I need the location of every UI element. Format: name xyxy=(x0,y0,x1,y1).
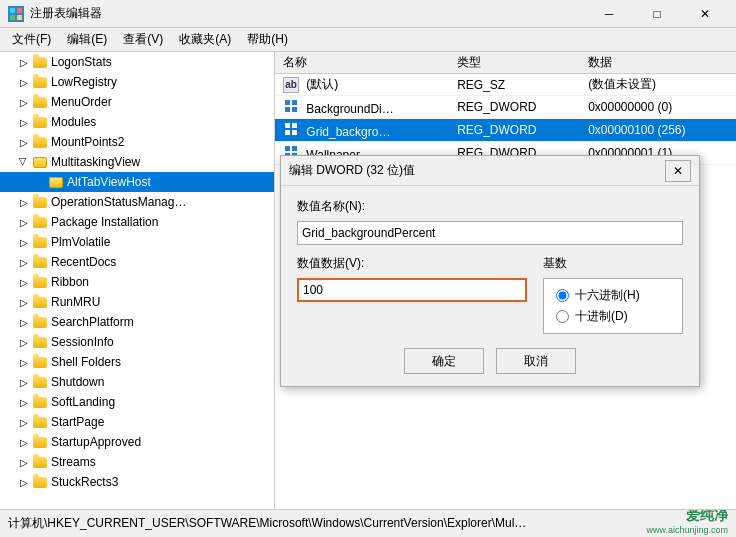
dialog-value-label: 数值数据(V): xyxy=(297,255,527,272)
dialog-value-input[interactable] xyxy=(297,278,527,302)
dialog-value-section: 数值数据(V): xyxy=(297,255,527,302)
edit-dword-dialog: 编辑 DWORD (32 位)值 ✕ 数值名称(N): 数值数据(V): 基数 … xyxy=(280,155,700,387)
dialog-ok-button[interactable]: 确定 xyxy=(404,348,484,374)
dialog-base-label: 基数 xyxy=(543,255,683,272)
dialog-title-bar: 编辑 DWORD (32 位)值 ✕ xyxy=(281,156,699,186)
dialog-name-label: 数值名称(N): xyxy=(297,198,683,215)
radio-group: 十六进制(H) 十进制(D) xyxy=(543,278,683,334)
dialog-buttons: 确定 取消 xyxy=(297,348,683,374)
radio-hex-input[interactable] xyxy=(556,289,569,302)
dialog-base-section: 基数 十六进制(H) 十进制(D) xyxy=(543,255,683,334)
radio-hex[interactable]: 十六进制(H) xyxy=(556,287,670,304)
radio-dec-label: 十进制(D) xyxy=(575,308,628,325)
radio-dec-input[interactable] xyxy=(556,310,569,323)
dialog-close-button[interactable]: ✕ xyxy=(665,160,691,182)
dialog-name-input[interactable] xyxy=(297,221,683,245)
radio-dec[interactable]: 十进制(D) xyxy=(556,308,670,325)
dialog-title: 编辑 DWORD (32 位)值 xyxy=(289,162,415,179)
dialog-body: 数值名称(N): 数值数据(V): 基数 十六进制(H) xyxy=(281,186,699,386)
dialog-overlay: 编辑 DWORD (32 位)值 ✕ 数值名称(N): 数值数据(V): 基数 … xyxy=(0,0,736,537)
dialog-cancel-button[interactable]: 取消 xyxy=(496,348,576,374)
dialog-value-row: 数值数据(V): 基数 十六进制(H) 十进制(D) xyxy=(297,255,683,334)
radio-hex-label: 十六进制(H) xyxy=(575,287,640,304)
